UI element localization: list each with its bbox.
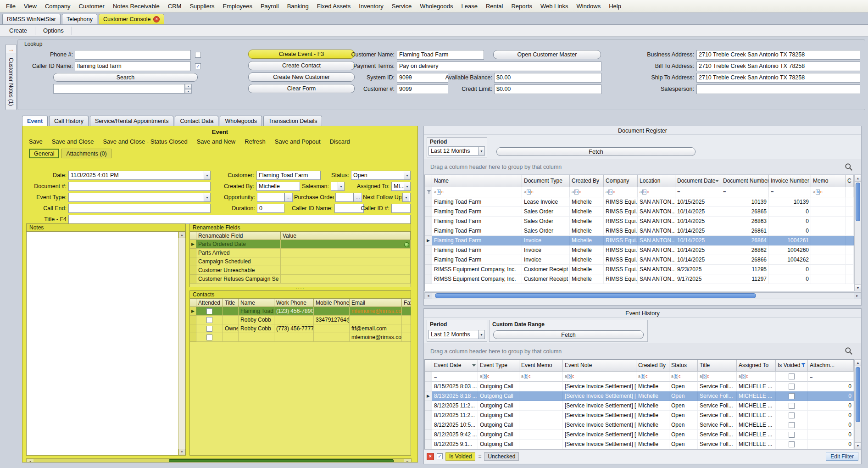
menu-item-lease[interactable]: Lease — [457, 0, 481, 12]
contact-row[interactable]: mlemoine@rimss.com — [190, 333, 411, 342]
checkbox[interactable] — [789, 384, 795, 390]
filter-cell[interactable]: = — [675, 187, 721, 197]
options-menu-button[interactable]: Options — [37, 25, 70, 36]
column-header-created-by[interactable]: Created By — [570, 175, 604, 187]
filter-cell[interactable]: abc — [563, 372, 636, 382]
search-icon[interactable] — [845, 163, 853, 171]
call-end-input[interactable] — [68, 204, 211, 213]
document-row[interactable]: Flaming Toad FarmSales OrderMichelleRIMS… — [425, 207, 854, 217]
filter-cell[interactable]: = — [769, 187, 811, 197]
event-type-select[interactable]: ▼ — [68, 193, 211, 202]
scroll-down-icon[interactable]: ▼ — [855, 284, 861, 291]
edit-filter-button[interactable]: Edit Filter — [826, 452, 858, 461]
tab-transaction-details[interactable]: Transaction Details — [263, 116, 323, 126]
purchase-order-lookup-button[interactable]: … — [354, 193, 362, 202]
duration-input[interactable]: 0 — [257, 204, 284, 213]
renameable-row[interactable]: Parts Arrived — [190, 249, 411, 257]
filter-abc-icon[interactable]: abc — [700, 374, 709, 379]
filter-equals-icon[interactable]: = — [810, 374, 812, 379]
menu-item-payroll[interactable]: Payroll — [256, 0, 283, 12]
phone-checkbox[interactable] — [195, 52, 201, 58]
fetch-button[interactable]: Fetch — [493, 330, 644, 339]
tab-wholegoods[interactable]: Wholegoods — [220, 116, 262, 126]
salesperson-input[interactable] — [696, 84, 860, 94]
menu-item-file[interactable]: File — [2, 0, 20, 12]
renameable-row[interactable]: Customer Unreachable — [190, 266, 411, 275]
menu-item-help[interactable]: Help — [605, 0, 625, 12]
expand-arrow-icon[interactable]: → — [6, 44, 17, 54]
event-history-row[interactable]: 8/12/2025 9:42 ...Outgoing Call[Service … — [425, 430, 854, 440]
filter-abc-icon[interactable]: abc — [640, 189, 649, 195]
create-menu-button[interactable]: Create — [3, 25, 33, 36]
column-header-name[interactable]: Name — [239, 299, 274, 307]
lookup-result-combo[interactable] — [53, 84, 185, 94]
filter-cell[interactable]: = — [808, 372, 854, 382]
contact-row[interactable]: ▶Flaming Toad(123) 456-7890mlemoine@rims… — [190, 307, 411, 316]
scroll-up-icon[interactable]: ▲ — [855, 359, 861, 366]
menu-item-banking[interactable]: Banking — [283, 0, 313, 12]
filter-cell[interactable]: abc — [519, 372, 563, 382]
menu-item-windows[interactable]: Windows — [572, 0, 605, 12]
document-row[interactable]: ▶Flaming Toad FarmInvoiceMichelleRIMSS E… — [425, 236, 854, 245]
customer-input[interactable]: Flaming Toad Farm — [256, 171, 321, 180]
document-row[interactable]: RIMSS Equipment Company, Inc.Customer Re… — [425, 265, 854, 274]
column-header-mobile-phone[interactable]: Mobile Phone — [314, 299, 350, 307]
filter-cell[interactable]: abc — [669, 372, 698, 382]
salesman-select[interactable]: ▼ — [331, 182, 345, 191]
event-horizontal-scrollbar[interactable]: ◄ ► — [26, 458, 412, 462]
search-button[interactable]: Search — [53, 73, 198, 82]
document-register-hscrollbar[interactable]: ◄ ► — [424, 292, 861, 299]
filter-abc-icon[interactable]: abc — [565, 374, 574, 379]
customer-notes-side-tab[interactable]: → Customer Notes (1) — [6, 44, 17, 110]
date-select[interactable]: 11/3/2025 4:01 PM▼ — [68, 171, 211, 180]
scroll-left-icon[interactable]: ◄ — [27, 459, 33, 462]
filter-abc-icon[interactable]: abc — [638, 374, 648, 379]
column-header-value[interactable]: Value — [281, 232, 411, 240]
checkbox[interactable] — [789, 432, 795, 438]
event-history-row[interactable]: 8/12/2025 10:5...Outgoing Call[Service I… — [425, 420, 854, 430]
renameable-row[interactable]: Customer Refuses Campaign Se — [190, 275, 411, 284]
tab-attachments[interactable]: Attachments (0) — [61, 149, 111, 158]
column-header-assigned-to[interactable]: Assigned To — [737, 360, 776, 372]
contact-row[interactable]: Robby Cobb3347912764@tmomail.net — [190, 316, 411, 324]
close-icon[interactable]: × — [153, 16, 160, 22]
purchase-order-input[interactable] — [335, 193, 354, 202]
filter-equals-icon[interactable]: = — [677, 189, 680, 195]
filter-abc-icon[interactable]: abc — [434, 189, 444, 195]
event-action-save-and-close[interactable]: Save and Close — [52, 138, 94, 145]
filter-value-chip[interactable]: Unchecked — [484, 452, 519, 461]
event-history-row[interactable]: 8/12/2025 11:2...Outgoing Call[Service I… — [425, 411, 854, 420]
column-header-attachm[interactable]: Attachm... — [808, 360, 854, 372]
filter-abc-icon[interactable]: abc — [572, 189, 581, 195]
renameable-row[interactable]: ▶Parts Ordered Date — [190, 240, 411, 249]
column-header-title[interactable]: Title — [698, 360, 737, 372]
scroll-down-icon[interactable]: ▼ — [178, 449, 185, 455]
status-select[interactable]: Open▼ — [351, 171, 411, 180]
filter-cell[interactable]: abc — [478, 372, 519, 382]
menu-item-crm[interactable]: CRM — [164, 0, 186, 12]
column-header-title[interactable]: Title — [223, 299, 239, 307]
window-tab-rimss-winnetstar[interactable]: RIMSS WinNetStar — [2, 14, 61, 24]
opportunity-lookup-button[interactable]: … — [284, 193, 293, 202]
filter-equals-icon[interactable]: = — [723, 189, 726, 195]
document-row[interactable]: Flaming Toad FarmSales OrderMichelleRIMS… — [425, 217, 854, 226]
checkbox[interactable] — [206, 326, 212, 332]
period-select[interactable]: Last 12 Months▼ — [428, 146, 485, 156]
filter-cell[interactable]: abc — [811, 187, 846, 197]
checkbox[interactable] — [789, 412, 795, 418]
filter-funnel-icon[interactable] — [427, 190, 430, 195]
renameable-row[interactable]: Campaign Scheduled — [190, 257, 411, 266]
filter-cell[interactable]: = — [432, 372, 478, 382]
column-header-company[interactable]: Company — [604, 175, 638, 187]
filter-cell[interactable]: = — [721, 187, 769, 197]
filter-abc-icon[interactable]: abc — [480, 374, 490, 379]
checkbox[interactable] — [789, 393, 795, 399]
checkbox[interactable] — [206, 308, 212, 314]
scroll-down-icon[interactable]: ▼ — [855, 442, 861, 449]
notes-textarea[interactable] — [27, 232, 178, 455]
menu-item-view[interactable]: View — [20, 0, 41, 12]
column-header-renameable-field[interactable]: Renameable Field — [196, 232, 281, 240]
notes-scrollbar[interactable]: ▲ ▼ — [178, 232, 185, 455]
column-header-memo[interactable]: Memo — [811, 175, 846, 187]
column-header-event-note[interactable]: Event Note — [563, 360, 636, 372]
